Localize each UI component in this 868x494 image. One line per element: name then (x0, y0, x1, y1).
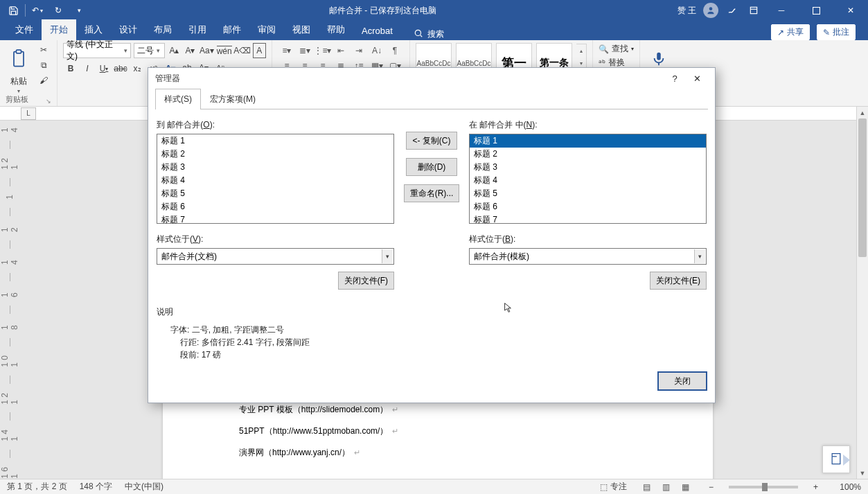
maximize-button[interactable] (800, 0, 832, 21)
list-item[interactable]: 标题 7 (470, 213, 706, 224)
list-item[interactable]: 标题 1 (157, 134, 393, 148)
list-item[interactable]: 标题 6 (157, 200, 393, 213)
loc-right-combo[interactable]: 邮件合并(模板)▾ (469, 248, 707, 265)
tab-design[interactable]: 设计 (111, 19, 145, 40)
in-listbox[interactable]: 标题 1 标题 2 标题 3 标题 4 标题 5 标题 6 标题 7 标题 8 (469, 134, 707, 224)
minimize-button[interactable]: ─ (765, 0, 797, 21)
zoom-in-icon[interactable]: + (811, 482, 821, 492)
delete-button[interactable]: 删除(D) (406, 158, 457, 176)
accessibility-float-icon[interactable] (822, 446, 850, 473)
copy-icon[interactable]: ⧉ (36, 58, 51, 72)
tab-mailings[interactable]: 邮件 (215, 19, 249, 40)
tab-help[interactable]: 帮助 (319, 19, 353, 40)
shrink-font-icon[interactable]: A▾ (184, 43, 197, 58)
bold-button[interactable]: B (63, 61, 78, 76)
list-item[interactable]: 标题 2 (470, 148, 706, 161)
paste-label[interactable]: 粘贴 (10, 76, 27, 87)
tab-home[interactable]: 开始 (42, 19, 76, 40)
scroll-up-icon[interactable]: ▲ (857, 107, 868, 118)
rename-button[interactable]: 重命名(R)... (404, 184, 460, 202)
list-item[interactable]: 标题 7 (157, 213, 393, 224)
user-avatar-icon[interactable] (703, 3, 718, 18)
qat-dropdown-icon[interactable]: ▾ (70, 1, 88, 19)
sort-icon[interactable]: A↓ (368, 43, 386, 58)
zoom-out-icon[interactable]: − (706, 482, 716, 492)
focus-mode-button[interactable]: ⬚专注 (600, 481, 627, 493)
tab-review[interactable]: 审阅 (249, 19, 284, 40)
list-item[interactable]: 标题 6 (470, 200, 706, 213)
chevron-down-icon[interactable]: ▾ (17, 88, 20, 94)
draw-icon[interactable] (724, 1, 742, 19)
close-file-left-button[interactable]: 关闭文件(F) (338, 272, 394, 290)
search-box[interactable]: 搜索 (414, 28, 444, 40)
scroll-thumb[interactable] (858, 118, 867, 257)
list-item[interactable]: 标题 3 (470, 161, 706, 174)
ribbon-display-icon[interactable] (745, 1, 763, 19)
list-item[interactable]: 标题 4 (470, 174, 706, 187)
phonetic-icon[interactable]: wén (217, 43, 232, 58)
italic-button[interactable]: I (80, 61, 95, 76)
show-marks-icon[interactable]: ¶ (386, 43, 404, 58)
read-mode-icon[interactable]: ▤ (639, 481, 655, 493)
dialog-close-main-button[interactable]: 关闭 (658, 372, 707, 390)
format-painter-icon[interactable]: 🖌 (36, 73, 51, 87)
strike-button[interactable]: abc (113, 61, 128, 76)
clipboard-launcher-icon[interactable]: ↘ (46, 98, 51, 105)
status-wordcount[interactable]: 148 个字 (80, 481, 112, 493)
tab-acrobat[interactable]: Acrobat (353, 21, 401, 40)
scroll-down-icon[interactable]: ▼ (857, 467, 868, 479)
multilevel-icon[interactable]: ⋮≡▾ (314, 43, 332, 58)
dialog-close-button[interactable]: ✕ (686, 70, 708, 87)
decrease-indent-icon[interactable]: ⇤ (332, 43, 350, 58)
list-item[interactable]: 标题 5 (470, 187, 706, 200)
subscript-button[interactable]: x₂ (130, 61, 145, 76)
tab-insert[interactable]: 插入 (76, 19, 111, 40)
underline-button[interactable]: U ▾ (96, 61, 112, 76)
list-item[interactable]: 标题 5 (157, 187, 393, 200)
status-language[interactable]: 中文(中国) (125, 481, 163, 493)
font-size-combo[interactable]: 二号▾ (134, 43, 165, 58)
dialog-tab-styles[interactable]: 样式(S) (155, 89, 201, 109)
vertical-scrollbar[interactable]: ▲ ▼ (856, 107, 868, 479)
clear-format-icon[interactable]: A⌫ (235, 43, 250, 58)
char-border-icon[interactable]: A (253, 43, 266, 58)
close-button[interactable]: ✕ (835, 0, 867, 21)
list-item[interactable]: 标题 3 (157, 161, 393, 174)
list-item[interactable]: 标题 4 (157, 174, 393, 187)
tab-file[interactable]: 文件 (7, 19, 42, 40)
styles-up-icon[interactable]: ▴ (576, 44, 586, 57)
grow-font-icon[interactable]: A▴ (168, 43, 181, 58)
dialog-tab-macros[interactable]: 宏方案项(M) (201, 89, 265, 109)
undo-icon[interactable]: ↶ ▾ (28, 1, 46, 19)
numbering-icon[interactable]: ≣▾ (296, 43, 314, 58)
font-name-combo[interactable]: 等线 (中文正文)▾ (63, 43, 131, 58)
loc-left-combo[interactable]: 邮件合并(文档)▾ (157, 248, 394, 265)
bullets-icon[interactable]: ≡▾ (278, 43, 296, 58)
vertical-ruler[interactable]: 1 4 1 2 1 1 1 2 1 4 1 6 1 8 1 0 1 1 2 1 … (0, 121, 19, 479)
save-icon[interactable] (4, 1, 22, 19)
copy-button[interactable]: <- 复制(C) (406, 132, 457, 150)
redo-icon[interactable]: ↻ (49, 1, 67, 19)
close-file-right-button[interactable]: 关闭文件(E) (650, 272, 707, 290)
increase-indent-icon[interactable]: ⇥ (350, 43, 368, 58)
change-case-icon[interactable]: Aa▾ (200, 43, 214, 58)
dialog-titlebar[interactable]: 管理器 ? ✕ (148, 68, 715, 89)
to-listbox[interactable]: 标题 1 标题 2 标题 3 标题 4 标题 5 标题 6 标题 7 标题 8 (157, 134, 394, 224)
tab-layout[interactable]: 布局 (145, 19, 180, 40)
zoom-slider[interactable] (729, 486, 798, 488)
comments-button[interactable]: ✎批注 (817, 24, 856, 40)
list-item[interactable]: 标题 1 (470, 134, 706, 148)
cut-icon[interactable]: ✂ (36, 43, 51, 57)
web-layout-icon[interactable]: ▦ (678, 481, 693, 493)
ruler-corner[interactable]: L (21, 107, 36, 120)
status-page[interactable]: 第 1 页，共 2 页 (7, 481, 67, 493)
tab-view[interactable]: 视图 (284, 19, 319, 40)
zoom-level[interactable]: 100% (833, 482, 861, 492)
list-item[interactable]: 标题 2 (157, 148, 393, 161)
find-button[interactable]: 🔍查找▾ (599, 43, 634, 55)
dialog-help-button[interactable]: ? (664, 70, 686, 87)
print-layout-icon[interactable]: ▥ (659, 481, 674, 493)
tab-references[interactable]: 引用 (180, 19, 215, 40)
user-name[interactable]: 赞 王 (673, 5, 700, 17)
paste-icon[interactable] (6, 43, 32, 75)
